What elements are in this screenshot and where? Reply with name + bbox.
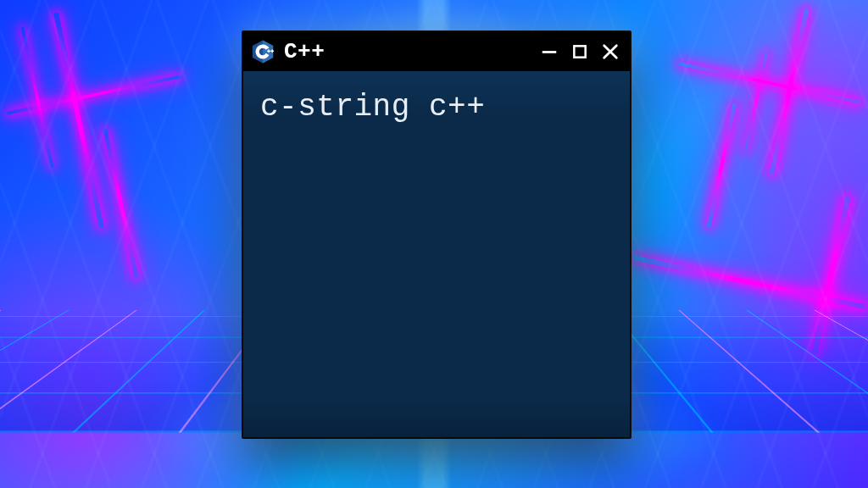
window-controls bbox=[538, 41, 621, 63]
neon-bar bbox=[811, 196, 850, 354]
maximize-button[interactable] bbox=[569, 41, 591, 63]
neon-bar bbox=[706, 103, 737, 228]
neon-bar bbox=[744, 52, 769, 152]
neon-bar bbox=[769, 8, 809, 175]
svg-rect-3 bbox=[268, 49, 269, 53]
svg-rect-5 bbox=[272, 49, 273, 53]
minimize-icon bbox=[540, 42, 559, 61]
neon-bar bbox=[53, 12, 104, 229]
titlebar[interactable]: C++ bbox=[243, 32, 630, 71]
terminal-window: C++ c-string c++ bbox=[242, 30, 632, 439]
maximize-icon bbox=[571, 43, 588, 60]
minimize-button[interactable] bbox=[538, 41, 560, 63]
svg-rect-6 bbox=[542, 51, 557, 53]
neon-bar bbox=[20, 26, 53, 168]
close-button[interactable] bbox=[599, 41, 621, 63]
neon-bar bbox=[7, 75, 181, 115]
window-title: C++ bbox=[284, 39, 325, 64]
cpp-logo-icon bbox=[250, 39, 275, 64]
neon-bar bbox=[632, 255, 865, 309]
neon-bar bbox=[103, 128, 138, 278]
terminal-content[interactable]: c-string c++ bbox=[243, 71, 630, 437]
neon-bar bbox=[678, 62, 861, 104]
svg-rect-7 bbox=[574, 46, 585, 57]
close-icon bbox=[601, 42, 620, 61]
terminal-line: c-string c++ bbox=[260, 90, 613, 125]
